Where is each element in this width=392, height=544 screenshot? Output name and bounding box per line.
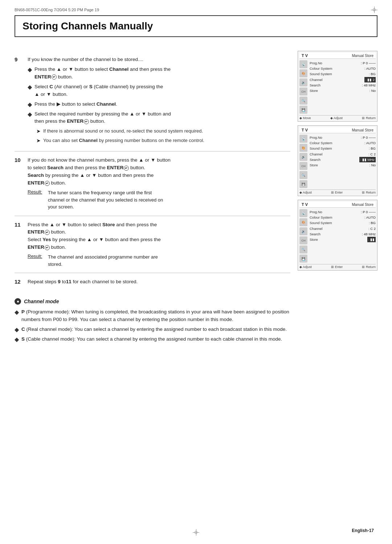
tv-panel-3-icons: 📡 🎨 🔊 CH 🔍 💾 — [299, 209, 308, 263]
step-9-bullet-2-text: Select C (Air channel) or S (Cable chann… — [34, 83, 163, 98]
tv-p2-icon-search: 🔍 — [299, 171, 307, 179]
tv-p2-row-3: Sound System : BG — [310, 146, 376, 151]
crosshair-top-right — [371, 7, 377, 13]
step-11-result: Result: The channel and associated progr… — [28, 253, 290, 268]
tv-footer-1-adjust: ◆ Adjust — [330, 116, 343, 120]
tv-p2-row-2: Colour System : AUTO — [310, 140, 376, 146]
tv-panel-3: T V Manual Store 📡 🎨 🔊 CH 🔍 💾 Prog. — [298, 200, 377, 271]
tv-p3-row-3-val: : BG — [369, 220, 376, 226]
step-9: 9 If you know the number of the channel … — [15, 51, 290, 151]
step-9-content: If you know the number of the channel to… — [28, 56, 290, 146]
tv-panel-1-row-1: Prog.No : P 0 —— — [310, 60, 376, 66]
tv-p3-row-5-val: : 48 MHz — [362, 231, 376, 237]
step-12-text: Repeat steps 9 to11 for each channel to … — [28, 278, 290, 286]
tv-p3-row-6-key: Store — [310, 237, 335, 242]
tv-row-3-val: : BG — [369, 71, 376, 77]
tv-row-3-key: Sound System — [310, 71, 335, 77]
channel-mode-title: Channel mode — [24, 299, 59, 304]
tv-p3-icon-color: 🎨 — [299, 218, 307, 226]
tv-p2-row-1: Prog.No : P 0 —— — [310, 135, 376, 140]
tv-row-5-val: : 48 MHz — [362, 82, 376, 88]
page-footer: English-17 — [352, 528, 374, 533]
step-11-content: Press the ▲ or ▼ button to select Store … — [28, 221, 290, 268]
tv-panel-1-footer: ◆ Move ◆ Adjust ⊞ Return — [299, 115, 376, 120]
tv-panel-2-header: T V Manual Store — [299, 127, 376, 133]
page-title: Storing Channels Manually — [23, 20, 369, 32]
tv-panel-1-store-label: Manual Store — [352, 54, 373, 58]
tv-p2-row-6-key: Store — [310, 162, 335, 168]
diamond-icon-c: ◆ — [15, 326, 19, 333]
step-11-result-text: The channel and associated programme num… — [48, 253, 158, 268]
tv-panel-2-label: T V — [302, 128, 308, 132]
step-9-bullet-1: ◆ Press the ▲ or ▼ button to select Chan… — [28, 66, 290, 81]
tv-p2-row-3-val: : BG — [369, 146, 376, 151]
tv-row-6-val: : No — [369, 88, 376, 93]
crosshair-bottom — [193, 529, 199, 536]
step-9-bullet-1-text: Press the ▲ or ▼ button to select Channe… — [34, 66, 171, 81]
tv-p3-row-5: Search : 48 MHz — [310, 231, 376, 237]
tv-p3-row-2: Colour System : AUTO — [310, 215, 376, 220]
tv-icon-search: 🔍 — [299, 97, 307, 105]
tv-p3-row-3: Sound System : BG — [310, 220, 376, 226]
tv-panel-3-header: T V Manual Store — [299, 202, 376, 208]
tv-footer-1-move: ◆ Move — [299, 116, 311, 120]
channel-mode-p-text: P (Programme mode): When tuning is compl… — [21, 308, 290, 324]
tv-p3-row-2-key: Colour System — [310, 215, 335, 220]
tv-panel-3-footer: ◆ Adjust ⊞ Enter ⊞ Return — [299, 264, 376, 269]
tv-icon-sound: 🔊 — [299, 78, 307, 86]
tv-row-2-key: Colour System — [310, 66, 335, 71]
step-10-num: 10 — [15, 157, 28, 210]
step-9-bullet-4: ◆ Select the required number by pressing… — [28, 110, 290, 126]
tv-p2-row-5-key: Search — [310, 157, 335, 162]
tv-p3-icon-ch: CH — [299, 236, 307, 244]
tv-row-6-key: Store — [310, 88, 335, 93]
tv-row-5-key: Search — [310, 82, 335, 88]
tv-panel-2-icons: 📡 🎨 🔊 CH 🔍 💾 — [299, 135, 308, 188]
tv-p2-row-5-val: : ▮▮ MHz — [359, 157, 376, 162]
tv-panel-1-row-6: Store : No — [310, 88, 376, 93]
tv-p3-row-3-key: Sound System — [310, 220, 335, 226]
tv-p2-icon-ch: CH — [299, 162, 307, 170]
tv-icon-ch: CH — [299, 88, 307, 96]
channel-mode-c: ◆ C (Real channel mode): You can select … — [15, 326, 290, 333]
tv-footer-3-enter: ⊞ Enter — [331, 265, 343, 269]
tv-p3-row-5-key: Search — [310, 231, 335, 237]
step-11-result-label: Result: — [28, 253, 48, 268]
tv-panel-3-body: 📡 🎨 🔊 CH 🔍 💾 Prog.No : P 0 —— — [299, 209, 376, 263]
step-9-bullet-3-text: Press the ▶ button to select Channel. — [34, 101, 117, 108]
tv-panel-1-row-4: Channel : ▮▮ 2 — [310, 77, 376, 82]
tv-panel-1-label: T V — [302, 53, 308, 58]
tv-panel-1-row-2: Colour System : AUTO — [310, 66, 376, 71]
step-10-intro: If you do not know the channel numbers, … — [28, 157, 290, 187]
step-9-note-2: ➤ You can also set Channel by pressing n… — [36, 137, 290, 144]
diamond-icon-1: ◆ — [28, 66, 32, 73]
tv-p3-row-2-val: : AUTO — [364, 215, 376, 220]
step-9-num: 9 — [15, 56, 28, 146]
tv-icon-store: 💾 — [299, 106, 307, 114]
tv-panel-2-store-label: Manual Store — [352, 128, 373, 132]
right-column: T V Manual Store 📡 🎨 🔊 CH 🔍 💾 Prog. — [298, 51, 377, 350]
tv-row-2-val: : AUTO — [364, 66, 376, 71]
tv-p3-row-1-key: Prog.No — [310, 209, 335, 215]
tv-icon-antenna: 📡 — [299, 60, 307, 68]
channel-mode-s: ◆ S (Cable channel mode): You can select… — [15, 336, 290, 343]
diamond-icon-4: ◆ — [28, 111, 32, 118]
tv-row-1-key: Prog.No — [310, 60, 335, 66]
tv-p3-icon-search: 🔍 — [299, 245, 307, 253]
tv-panel-3-data: Prog.No : P 0 —— Colour System : AUTO So… — [310, 209, 376, 263]
tv-p3-row-1: Prog.No : P 0 —— — [310, 209, 376, 215]
tv-footer-3-return: ⊞ Return — [362, 265, 376, 269]
tv-p2-row-4-val: : C 2 — [368, 151, 376, 157]
step-10: 10 If you do not know the channel number… — [15, 151, 290, 216]
step-9-bullet-3: ◆ Press the ▶ button to select Channel. — [28, 101, 290, 108]
step-9-note-2-text: You can also set Channel by pressing num… — [43, 137, 204, 144]
diamond-icon-2: ◆ — [28, 84, 32, 90]
tv-panel-1-data: Prog.No : P 0 —— Colour System : AUTO So… — [310, 60, 376, 114]
tv-p3-row-1-val: : P 0 —— — [361, 209, 376, 215]
tv-icon-color: 🎨 — [299, 69, 307, 77]
channel-mode-section: Channel mode ◆ P (Programme mode): When … — [15, 293, 290, 350]
step-10-content: If you do not know the channel numbers, … — [28, 157, 290, 210]
step-11: 11 Press the ▲ or ▼ button to select Sto… — [15, 216, 290, 273]
tv-footer-2-enter: ⊞ Enter — [331, 191, 343, 194]
left-column: 9 If you know the number of the channel … — [15, 51, 290, 350]
